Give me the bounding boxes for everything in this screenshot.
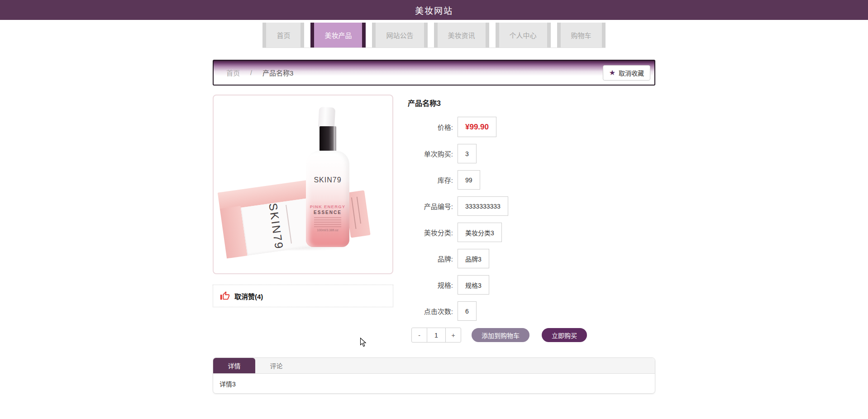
nav-tab-cart[interactable]: 购物车	[557, 23, 606, 48]
product-detail: SKIN79 SKIN79 PINK ENERGY ESSENCE 100ml/…	[213, 95, 655, 343]
unfavorite-button[interactable]: ★ 取消收藏	[603, 65, 650, 81]
thumbs-up-icon	[220, 291, 230, 301]
brand-value: 品牌3	[458, 249, 489, 268]
field-label: 库存:	[408, 175, 453, 185]
unfavorite-button-label: 取消收藏	[619, 68, 644, 77]
field-label: 产品编号:	[408, 201, 453, 211]
quantity-decrease-button[interactable]: -	[412, 328, 427, 342]
bottle-pump-cap	[318, 107, 335, 129]
site-title: 美妆网站	[415, 4, 453, 16]
breadcrumb-separator: /	[250, 69, 252, 76]
quantity-increase-button[interactable]: +	[446, 328, 461, 342]
field-row-brand: 品牌: 品牌3	[408, 249, 655, 268]
tab-details[interactable]: 详情	[213, 358, 255, 373]
site-header: 美妆网站	[0, 0, 868, 20]
field-label: 美妆分类:	[408, 228, 453, 237]
field-row-stock: 库存: 99	[408, 170, 655, 190]
field-label: 价格:	[408, 122, 453, 132]
page-content: 首页 / 产品名称3 ★ 取消收藏 SKIN79	[213, 60, 655, 394]
product-box: SKIN79	[218, 180, 317, 259]
buy-now-button[interactable]: 立即购买	[542, 328, 587, 342]
field-label: 点击次数:	[408, 306, 453, 316]
stock-value: 99	[458, 170, 480, 190]
bottle-body: SKIN79 PINK ENERGY ESSENCE 100ml/3.38fl.…	[306, 151, 349, 247]
nav-tab-profile[interactable]: 个人中心	[496, 23, 551, 48]
bottle-brand-text: SKIN79	[306, 176, 349, 184]
nav-tab-news[interactable]: 美妆资讯	[434, 23, 489, 48]
field-label: 规格:	[408, 280, 453, 290]
nav-tab-announcements[interactable]: 网站公告	[372, 23, 427, 48]
nav-tab-products[interactable]: 美妆产品	[310, 23, 366, 48]
quantity-stepper: - 1 +	[411, 328, 461, 343]
unlike-button[interactable]: 取消赞(4)	[213, 285, 393, 307]
add-to-cart-button[interactable]: 添加到购物车	[472, 328, 529, 342]
unlike-button-label: 取消赞(4)	[234, 291, 263, 301]
field-label: 单次购买:	[408, 149, 453, 158]
bottle-line-type: ESSENCE	[306, 210, 349, 215]
product-info-column: 产品名称3 价格: ¥99.90 单次购买: 3 库存: 99 产品编号: 33…	[408, 95, 655, 343]
price-value: ¥99.90	[458, 117, 496, 137]
detail-section: 详情 评论 详情3	[213, 357, 655, 394]
clicks-value: 6	[458, 301, 477, 321]
quantity-value[interactable]: 1	[427, 328, 446, 342]
field-row-spec: 规格: 规格3	[408, 275, 655, 295]
field-label: 品牌:	[408, 254, 453, 263]
field-row-price: 价格: ¥99.90	[408, 117, 655, 137]
main-nav-tabs: 首页 美妆产品 网站公告 美妆资讯 个人中心 购物车	[262, 23, 605, 48]
limit-value: 3	[458, 144, 477, 163]
tab-comments[interactable]: 评论	[255, 358, 297, 373]
purchase-controls: - 1 + 添加到购物车 立即购买	[411, 328, 655, 343]
bottle-line-name: PINK ENERGY	[306, 204, 349, 209]
product-media-column: SKIN79 SKIN79 PINK ENERGY ESSENCE 100ml/…	[213, 95, 393, 343]
category-value: 美妆分类3	[458, 223, 502, 242]
field-row-sku: 产品编号: 3333333333	[408, 196, 655, 216]
breadcrumb: 首页 / 产品名称3 ★ 取消收藏	[213, 60, 655, 86]
breadcrumb-current: 产品名称3	[262, 68, 293, 77]
bottle-fineprint	[306, 217, 349, 227]
box-brand-text: SKIN79	[266, 202, 286, 251]
product-fields: 价格: ¥99.90 单次购买: 3 库存: 99 产品编号: 33333333…	[408, 117, 655, 321]
sku-value: 3333333333	[458, 196, 508, 216]
field-row-category: 美妆分类: 美妆分类3	[408, 223, 655, 242]
star-icon: ★	[609, 69, 615, 76]
product-image: SKIN79 SKIN79 PINK ENERGY ESSENCE 100ml/…	[213, 95, 393, 274]
spec-value: 规格3	[458, 275, 489, 295]
bottle-collar	[320, 126, 336, 152]
detail-tab-bar: 详情 评论	[213, 358, 655, 374]
main-nav: 首页 美妆产品 网站公告 美妆资讯 个人中心 购物车	[0, 23, 868, 48]
field-row-limit: 单次购买: 3	[408, 144, 655, 163]
detail-content: 详情3	[213, 374, 655, 393]
field-row-clicks: 点击次数: 6	[408, 301, 655, 321]
product-name: 产品名称3	[408, 97, 655, 108]
breadcrumb-home-link[interactable]: 首页	[226, 68, 240, 77]
nav-tab-home[interactable]: 首页	[262, 23, 304, 48]
bottle-volume-text: 100ml/3.38fl.oz	[306, 229, 349, 232]
